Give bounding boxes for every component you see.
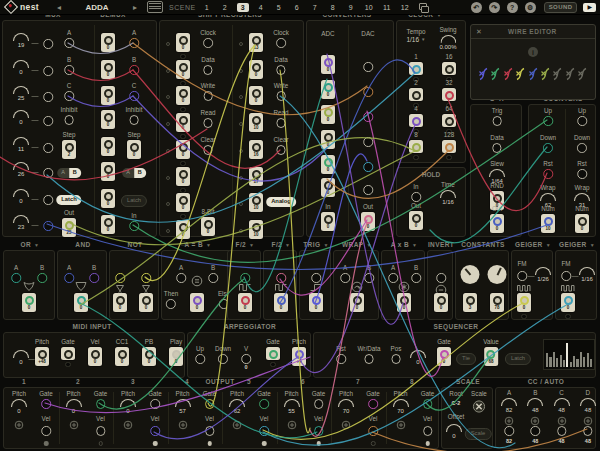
scene-button-10[interactable]: 10 — [363, 3, 375, 12]
slider[interactable]: 0 — [22, 293, 36, 312]
chevron-down-icon[interactable]: ▼ — [367, 242, 372, 248]
port-rst[interactable]: Rst — [577, 161, 587, 179]
port-in[interactable]: In — [411, 184, 421, 202]
vel-port-ch4[interactable] — [205, 426, 215, 436]
slider[interactable]: 0 — [176, 167, 190, 193]
cc-knob-b[interactable]: 48 — [527, 398, 543, 413]
scene-button-11[interactable]: 11 — [381, 3, 393, 12]
port-up[interactable]: Up — [195, 346, 205, 364]
port[interactable] — [517, 271, 527, 281]
prev-patch-button[interactable]: ◂ — [53, 3, 65, 12]
port-wrdata[interactable]: Wr/Data — [358, 346, 381, 364]
chevron-down-icon[interactable]: ▼ — [412, 242, 417, 248]
slider[interactable]: 0 — [101, 33, 115, 52]
slider[interactable]: 0 — [101, 86, 115, 105]
slider[interactable]: 13 — [249, 33, 263, 52]
slider-gate[interactable]: Gate0 — [437, 339, 451, 366]
port-b[interactable]: B — [64, 57, 74, 75]
input-knob-5[interactable]: 11 — [13, 137, 29, 152]
channel-led[interactable] — [316, 441, 321, 446]
play-button[interactable]: ▶ — [583, 3, 596, 12]
port-read[interactable]: Read — [200, 110, 215, 128]
port[interactable] — [561, 271, 571, 281]
gate-port-ch4[interactable]: Gate — [203, 391, 217, 409]
port-c[interactable]: C — [64, 83, 74, 101]
port-a[interactable]: A — [129, 30, 139, 48]
slider[interactable]: 0 — [517, 293, 531, 319]
input-knob-4[interactable]: 0 — [13, 110, 29, 125]
slider-num[interactable]: Num10 — [541, 206, 555, 233]
slider[interactable]: 0 — [176, 33, 190, 59]
midi-gain-knob[interactable]: 0 — [13, 350, 29, 365]
slider-in[interactable]: In0 — [321, 204, 335, 231]
cc-port-d[interactable] — [583, 426, 593, 436]
slider[interactable]: 0 — [434, 293, 448, 312]
help-button[interactable]: ? — [507, 2, 518, 13]
port[interactable] — [43, 66, 53, 76]
port[interactable] — [436, 273, 446, 283]
port-a[interactable]: A — [340, 265, 350, 283]
port-rst[interactable]: Rst — [543, 161, 553, 179]
port-a[interactable]: A — [388, 265, 398, 283]
slider[interactable]: 0 — [561, 293, 575, 319]
gate-port-ch8[interactable]: Gate — [421, 391, 435, 409]
constant-knob-2[interactable] — [488, 265, 507, 284]
slider-num[interactable]: Num0 — [575, 206, 589, 233]
slider[interactable]: 0 — [309, 293, 323, 312]
pitch-knob-ch8[interactable]: Pitch70 — [393, 391, 409, 414]
scene-button-7[interactable]: 7 — [309, 3, 321, 12]
pitch-knob-ch2[interactable]: Pitch0 — [66, 391, 82, 414]
slider[interactable]: 0 — [321, 55, 335, 74]
wire-delete-icon[interactable] — [478, 67, 489, 85]
channel-led[interactable] — [262, 441, 267, 446]
port-in[interactable]: In — [129, 213, 139, 231]
chevron-down-icon[interactable]: ▼ — [206, 242, 211, 248]
port[interactable] — [311, 273, 321, 283]
slider-play[interactable]: Play0 — [169, 339, 183, 366]
slew-knob[interactable]: Slew1/64 — [489, 161, 505, 184]
port-write[interactable]: Write — [274, 83, 289, 101]
next-patch-button[interactable]: ▸ — [129, 3, 141, 12]
chevron-down-icon[interactable]: ▼ — [34, 242, 39, 248]
input-knob-2[interactable]: 0 — [13, 60, 29, 75]
pitch-knob-ch7[interactable]: Pitch70 — [338, 391, 354, 414]
slider-out[interactable]: Out0 — [490, 206, 504, 233]
port[interactable] — [363, 162, 373, 172]
port-data[interactable]: Data — [490, 135, 503, 153]
vel-port-ch8[interactable] — [423, 426, 433, 436]
input-knob-3[interactable]: 25 — [13, 86, 29, 101]
chevron-down-icon[interactable]: ▼ — [590, 242, 595, 248]
slider[interactable]: 0 — [101, 137, 115, 156]
plus-port[interactable] — [69, 420, 79, 430]
scene-button-12[interactable]: 12 — [399, 3, 411, 12]
vel-port-ch1[interactable] — [41, 426, 51, 436]
slider[interactable]: 0 — [176, 140, 190, 166]
geiger-rate-knob-2[interactable]: 1/16 — [579, 267, 595, 282]
slider[interactable]: 0 — [74, 293, 88, 312]
slider[interactable]: 0 — [321, 130, 335, 149]
port[interactable] — [363, 112, 373, 122]
cc-port-b[interactable] — [531, 426, 541, 436]
plus-port[interactable] — [14, 420, 24, 430]
plus-port[interactable] — [287, 420, 297, 430]
port-b[interactable]: B — [364, 265, 374, 283]
vel-port-ch6[interactable] — [314, 426, 324, 436]
channel-led[interactable] — [207, 441, 212, 446]
pos-knob[interactable]: 0 — [410, 350, 426, 365]
port[interactable] — [43, 116, 53, 126]
input-knob-8[interactable]: 23 — [13, 215, 29, 230]
port-inhibit[interactable]: Inhibit — [61, 107, 78, 125]
vel-port-ch5[interactable] — [259, 426, 269, 436]
gate-port-ch5[interactable]: Gate — [257, 391, 271, 409]
slider-pitch[interactable]: Pitch+48 — [35, 339, 49, 366]
scene-button-1[interactable]: 1 — [201, 3, 213, 12]
cc-port-c[interactable] — [557, 426, 567, 436]
scene-button-6[interactable]: 6 — [291, 3, 303, 12]
slider[interactable]: 0 — [101, 110, 115, 129]
pitch-knob-ch6[interactable]: Pitch55 — [284, 391, 300, 414]
tie-button[interactable]: Tie — [456, 353, 476, 365]
slider-out[interactable]: Out0 — [409, 203, 423, 230]
port[interactable] — [43, 92, 53, 102]
scene-button-3[interactable]: 3 — [237, 3, 249, 12]
scene-button-2[interactable]: 2 — [219, 3, 231, 12]
